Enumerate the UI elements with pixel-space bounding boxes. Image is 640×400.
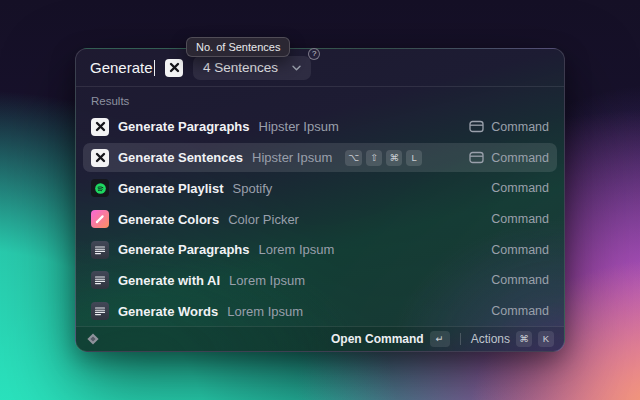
list-item[interactable]: Generate PlaylistSpotifyCommand (83, 173, 557, 203)
lorem-ipsum-icon (91, 302, 109, 320)
item-type: Command (491, 212, 549, 226)
item-subtitle: Lorem Ipsum (229, 273, 305, 288)
actions-button[interactable]: Actions ⌘ K (471, 331, 554, 347)
search-bar[interactable]: Generate 4 Sentences ? (76, 49, 564, 87)
item-type: Command (469, 120, 549, 134)
open-command-label: Open Command (331, 332, 424, 346)
footer-divider (460, 333, 461, 345)
item-type: Command (491, 181, 549, 195)
sentences-dropdown[interactable]: 4 Sentences ? (193, 56, 311, 80)
list-item[interactable]: Generate SentencesHipster Ipsum⌥⇧⌘LComma… (83, 143, 557, 173)
dropdown-value: 4 Sentences (203, 60, 278, 75)
desktop-background: No. of Sentences Generate 4 Sentences ? … (0, 0, 640, 400)
item-subtitle: Lorem Ipsum (227, 304, 303, 319)
item-subtitle: Lorem Ipsum (259, 242, 335, 257)
help-icon[interactable]: ? (308, 48, 320, 60)
chevron-down-icon (292, 65, 301, 71)
lorem-ipsum-icon (91, 241, 109, 259)
item-title: Generate Words (118, 304, 218, 319)
item-subtitle: Color Picker (228, 212, 299, 227)
key-badge: ⌘ (386, 150, 402, 166)
item-subtitle: Spotify (233, 181, 273, 196)
item-title: Generate with AI (118, 273, 220, 288)
item-subtitle: Hipster Ipsum (252, 150, 332, 165)
item-type: Command (491, 273, 549, 287)
list-item[interactable]: Generate ParagraphsLorem IpsumCommand (83, 235, 557, 265)
list-item[interactable]: Generate ParagraphsHipster IpsumCommand (83, 112, 557, 142)
command-deck-icon (469, 120, 484, 133)
list-item[interactable]: Generate ColorsColor PickerCommand (83, 204, 557, 234)
command-deck-icon (469, 151, 484, 164)
item-title: Generate Sentences (118, 150, 243, 165)
x-app-icon (91, 118, 109, 136)
spotify-icon (91, 179, 109, 197)
item-type: Command (491, 243, 549, 257)
open-command-button[interactable]: Open Command ↵ (331, 331, 450, 347)
return-key-icon: ↵ (430, 331, 450, 347)
item-title: Generate Colors (118, 212, 219, 227)
lorem-ipsum-icon (91, 271, 109, 289)
results-section-label: Results (76, 87, 564, 110)
results-list: Generate ParagraphsHipster IpsumCommandG… (76, 110, 564, 326)
actions-label: Actions (471, 332, 510, 346)
app-logo-icon (86, 332, 100, 346)
footer-bar: Open Command ↵ Actions ⌘ K (76, 326, 564, 351)
tooltip-no-of-sentences: No. of Sentences (186, 37, 290, 57)
item-title: Generate Paragraphs (118, 119, 250, 134)
item-subtitle: Hipster Ipsum (259, 119, 339, 134)
search-input[interactable]: Generate (90, 59, 155, 76)
item-type: Command (491, 304, 549, 318)
command-key-icon: ⌘ (516, 331, 532, 347)
item-type-label: Command (491, 243, 549, 257)
item-type-label: Command (491, 304, 549, 318)
x-app-icon (91, 149, 109, 167)
item-type-label: Command (491, 212, 549, 226)
launcher-window: Generate 4 Sentences ? Results Generate … (75, 48, 565, 352)
item-title: Generate Paragraphs (118, 242, 250, 257)
x-app-icon (165, 59, 183, 77)
key-badge: L (406, 150, 422, 166)
text-caret (154, 60, 156, 76)
tooltip-text: No. of Sentences (196, 41, 280, 53)
color-picker-icon (91, 210, 109, 228)
item-type-label: Command (491, 273, 549, 287)
item-title: Generate Playlist (118, 181, 224, 196)
item-type-label: Command (491, 151, 549, 165)
list-item[interactable]: Generate WordsLorem IpsumCommand (83, 296, 557, 326)
item-type-label: Command (491, 181, 549, 195)
shortcut-keys: ⌥⇧⌘L (345, 150, 422, 166)
item-type-label: Command (491, 120, 549, 134)
k-key-icon: K (538, 331, 554, 347)
list-item[interactable]: Generate with AILorem IpsumCommand (83, 266, 557, 296)
key-badge: ⇧ (366, 150, 382, 166)
item-type: Command (469, 151, 549, 165)
key-badge: ⌥ (345, 150, 362, 166)
